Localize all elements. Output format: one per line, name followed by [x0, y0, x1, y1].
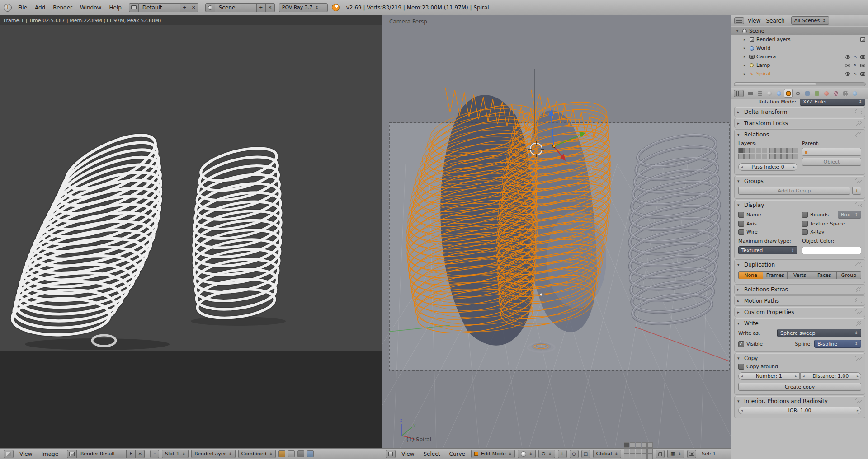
display-texture-space-checkbox[interactable]: Texture Space	[802, 221, 861, 227]
tab-texture[interactable]	[831, 89, 840, 98]
screen-layout-browse-button[interactable]	[129, 3, 139, 12]
pass-index-slider[interactable]: ◂ Pass Index: 0 ▸	[738, 163, 797, 171]
outliner-item-camera[interactable]: ▸ Camera ↖	[731, 52, 868, 61]
new-group-button[interactable]: +	[852, 187, 861, 195]
copy-number-slider[interactable]: ◂Number: 1▸	[738, 372, 800, 380]
menu-help[interactable]: Help	[106, 4, 124, 12]
panel-header-write[interactable]: ▾ Write	[735, 318, 865, 328]
tab-render[interactable]	[746, 89, 755, 98]
fake-user-button[interactable]: F	[127, 450, 136, 458]
image-name-field[interactable]: Render Result	[77, 450, 127, 458]
copy-around-checkbox[interactable]: Copy around	[738, 364, 861, 370]
pin-image-button[interactable]: ◦	[150, 450, 159, 458]
duplication-faces-toggle[interactable]: Faces	[812, 271, 837, 279]
snap-element-select[interactable]: ▦ ↕	[667, 450, 684, 458]
outliner-item-lamp[interactable]: ▸ Lamp ↖	[731, 61, 868, 70]
expand-icon[interactable]: ▸	[742, 63, 747, 67]
panel-header-relations-extras[interactable]: ▸ Relations Extras	[735, 285, 865, 294]
vp-menu-view[interactable]: View	[398, 450, 417, 458]
snap-magnet-button[interactable]	[656, 450, 665, 458]
editor-type-select[interactable]	[4, 450, 14, 458]
expand-icon[interactable]: ▸	[742, 72, 747, 76]
manipulator-scale-button[interactable]: □	[581, 450, 590, 458]
checkbox-icon[interactable]	[802, 221, 808, 227]
panel-grip-icon[interactable]	[855, 309, 862, 314]
panel-grip-icon[interactable]	[855, 132, 862, 137]
checkbox-icon[interactable]	[802, 229, 808, 235]
panel-grip-icon[interactable]	[855, 178, 862, 183]
manipulator-translate-button[interactable]: +	[558, 450, 567, 458]
vp-menu-select[interactable]: Select	[420, 450, 443, 458]
renderability-toggle-icon[interactable]	[860, 64, 865, 67]
editor-type-select[interactable]	[734, 17, 744, 24]
panel-header-transform-locks[interactable]: ▸ Transform Locks	[735, 118, 865, 128]
outliner-item-world[interactable]: ▸ World	[731, 44, 868, 52]
tab-constraints[interactable]	[793, 89, 802, 98]
outliner-item-renderlayers[interactable]: ▸ RenderLayers	[731, 35, 868, 44]
render-opengl-button[interactable]	[687, 450, 696, 458]
tab-scene[interactable]	[765, 89, 774, 98]
expand-icon[interactable]: ▸	[742, 55, 747, 59]
tab-material[interactable]	[822, 89, 830, 98]
slider-right-arrow-icon[interactable]: ▸	[793, 165, 795, 169]
object-color-swatch[interactable]	[802, 247, 861, 254]
screen-layout-delete-button[interactable]: ✕	[189, 3, 198, 12]
duplication-none-toggle[interactable]: None	[738, 271, 763, 279]
visibility-toggle-icon[interactable]	[845, 64, 850, 67]
panel-grip-icon[interactable]	[855, 356, 862, 361]
rotation-mode-select[interactable]: XYZ Euler ↕	[800, 99, 865, 106]
outliner-item-spiral[interactable]: ▸ ∿ Spiral ↖	[731, 70, 868, 78]
panel-header-motion-paths[interactable]: ▸ Motion Paths	[735, 296, 865, 305]
menu-add[interactable]: Add	[32, 4, 48, 12]
outliner-menu-view[interactable]: View	[746, 17, 762, 25]
parent-type-button[interactable]: Object	[802, 158, 861, 166]
display-bounds-checkbox[interactable]: BoundsBox↕	[802, 211, 861, 219]
ior-slider[interactable]: ◂IOR: 1.00▸	[738, 407, 861, 414]
tab-render-layers[interactable]	[755, 89, 764, 98]
pivot-select[interactable]: ⊙ ↕	[538, 450, 555, 458]
checkbox-icon[interactable]	[738, 212, 744, 218]
expand-icon[interactable]: ▸	[742, 37, 747, 42]
visible-checkbox[interactable]: Visible	[738, 341, 763, 347]
panel-grip-icon[interactable]	[855, 202, 862, 207]
selectability-toggle-icon[interactable]: ↖	[854, 72, 857, 76]
panel-header-relations[interactable]: ▾ Relations	[735, 130, 865, 139]
copy-distance-slider[interactable]: ◂Distance: 1.00▸	[800, 372, 862, 380]
mode-select[interactable]: Edit Mode ↕	[471, 450, 515, 458]
image-menu-view[interactable]: View	[16, 450, 35, 458]
create-copy-button[interactable]: Create copy	[738, 383, 861, 391]
panel-header-interior[interactable]: ▾ Interior, Photons and Radiosity	[735, 396, 865, 406]
checkbox-icon[interactable]	[802, 212, 808, 218]
panel-grip-icon[interactable]	[855, 262, 862, 267]
panel-grip-icon[interactable]	[855, 287, 862, 292]
channel-alpha-icon[interactable]	[297, 450, 304, 457]
panel-grip-icon[interactable]	[855, 298, 862, 303]
display-xray-checkbox[interactable]: X-Ray	[802, 229, 861, 235]
image-menu-image[interactable]: Image	[38, 450, 61, 458]
panel-header-copy[interactable]: ▾ Copy	[735, 353, 865, 363]
display-name-checkbox[interactable]: Name	[738, 212, 797, 218]
display-wire-checkbox[interactable]: Wire	[738, 229, 797, 235]
render-result-canvas[interactable]	[0, 25, 382, 351]
duplication-verts-toggle[interactable]: Verts	[788, 271, 812, 279]
max-draw-type-select[interactable]: Textured↕	[738, 246, 797, 254]
vp-menu-curve[interactable]: Curve	[446, 450, 468, 458]
render-result-icon[interactable]	[860, 37, 865, 42]
expand-icon[interactable]: ▸	[742, 46, 747, 50]
outliner-scope-select[interactable]: All Scenes ↕	[791, 16, 829, 25]
panel-header-groups[interactable]: ▾ Groups	[735, 176, 865, 186]
screen-layout-name[interactable]: Default	[139, 3, 180, 12]
editor-type-select[interactable]	[386, 450, 396, 458]
parent-object-field[interactable]: ▪	[802, 148, 861, 156]
info-editor-icon[interactable]: i	[4, 4, 12, 12]
menu-render[interactable]: Render	[50, 4, 75, 12]
tab-particles[interactable]	[841, 89, 849, 98]
add-to-group-button[interactable]: Add to Group	[738, 187, 850, 195]
display-axis-checkbox[interactable]: Axis	[738, 221, 797, 227]
tab-object[interactable]	[784, 89, 793, 98]
checkbox-icon[interactable]	[738, 364, 744, 370]
scene-add-button[interactable]: +	[257, 3, 266, 12]
manipulator-rotate-button[interactable]: ○	[570, 450, 579, 458]
selectability-toggle-icon[interactable]: ↖	[854, 55, 857, 59]
layers-block-a[interactable]	[738, 148, 767, 159]
